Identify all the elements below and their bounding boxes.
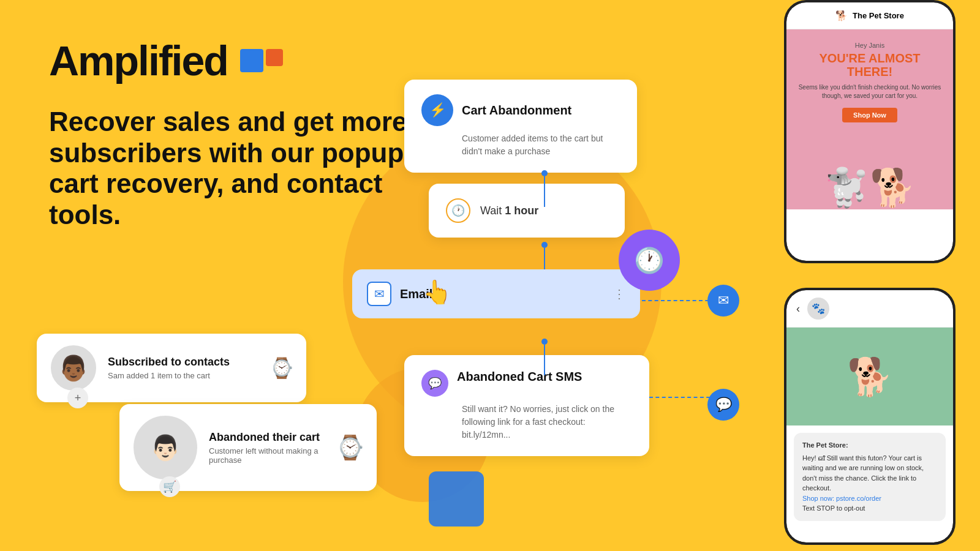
phone-screen-bottom: ‹ 🐾 🐕 The Pet Store: Hey! 🛋 Still want t… <box>786 290 953 542</box>
back-arrow-icon[interactable]: ‹ <box>796 302 800 315</box>
blue-decorative-shape <box>429 471 484 527</box>
chat-bubble: The Pet Store: Hey! 🛋 Still want this fu… <box>794 433 946 521</box>
wait-text: Wait 1 hour <box>480 204 538 217</box>
subscribed-contact-card: 👨🏾 Subscribed to contacts Sam added 1 it… <box>37 334 306 402</box>
brand-name: Amplified <box>49 37 228 84</box>
trigger-card: ⚡ Cart Abandonment Customer added items … <box>404 80 637 173</box>
logo-orange-square <box>266 49 283 66</box>
phone-mockup-bottom: ‹ 🐾 🐕 The Pet Store: Hey! 🛋 Still want t… <box>784 288 956 545</box>
contact-sub-2: Customer left without making a purchase <box>209 446 326 465</box>
contact-avatar-1: 👨🏾 <box>49 343 98 392</box>
phone-dogs-image: 🐩🐕 <box>786 130 953 209</box>
phone-hero-banner: Hey Janis YOU'RE ALMOST THERE! Seems lik… <box>786 29 953 130</box>
contact-name-1: Subscribed to contacts <box>108 356 260 369</box>
phone-header: 🐕 The Pet Store <box>786 2 953 29</box>
watch-icon-1: ⌚ <box>270 356 294 380</box>
phone-greeting: Hey Janis <box>796 42 943 49</box>
email-card[interactable]: ✉ Email ⋮ <box>352 269 640 318</box>
watch-icon-2: ⌚ <box>336 434 364 461</box>
trigger-icon: ⚡ <box>421 94 453 126</box>
cursor-hand: 👆 <box>423 279 447 308</box>
chat-message: Hey! 🛋 Still want this futon? Your cart … <box>802 454 924 492</box>
hero-tagline: Recover sales and get more subscribers w… <box>49 107 429 230</box>
logo-icon <box>240 49 283 72</box>
paw-icon: 🐾 <box>807 298 829 320</box>
connector-dot-1 <box>541 170 548 176</box>
contact-name-2: Abandoned their cart <box>209 431 326 444</box>
sms-action-circle[interactable]: 💬 <box>707 389 739 421</box>
phone-dog-image: 🐕 <box>786 328 953 425</box>
logo-blue-square <box>240 49 263 72</box>
trigger-header: ⚡ Cart Abandonment <box>421 94 620 126</box>
sms-header: 💬 Abandoned Cart SMS <box>421 370 632 397</box>
sms-card: 💬 Abandoned Cart SMS Still want it? No w… <box>404 355 649 456</box>
wait-card: 🕐 Wait 1 hour <box>429 184 625 238</box>
cart-circle[interactable]: 🛒 <box>159 476 180 497</box>
chat-sender: The Pet Store: <box>802 440 937 451</box>
sms-title: Abandoned Cart SMS <box>457 370 582 384</box>
shop-now-button[interactable]: Shop Now <box>842 108 897 122</box>
email-icon: ✉ <box>367 282 391 306</box>
abandoned-contact-card: 👨🏻 Abandoned their cart Customer left wi… <box>119 404 377 491</box>
add-circle-1[interactable]: + <box>67 388 88 408</box>
phone-store-name: The Pet Store <box>853 11 904 20</box>
logo-area: Amplified <box>49 37 429 84</box>
v-line-1 <box>544 176 545 207</box>
phone-screen-top: 🐕 The Pet Store Hey Janis YOU'RE ALMOST … <box>786 2 953 261</box>
chat-link: Shop now: pstore.co/order <box>802 495 881 502</box>
contact-info-2: Abandoned their cart Customer left witho… <box>209 431 326 465</box>
contact-sub-1: Sam added 1 item to the cart <box>108 371 260 380</box>
email-inner: ✉ Email ⋮ <box>352 269 640 318</box>
sms-icon: 💬 <box>421 370 448 397</box>
clock-circle: 🕐 <box>619 230 680 291</box>
connector-dot-2 <box>541 242 548 248</box>
email-menu-dots[interactable]: ⋮ <box>613 287 625 301</box>
pet-store-icon: 🐕 <box>835 10 848 21</box>
trigger-title: Cart Abandonment <box>462 103 571 118</box>
connector-dot-3 <box>541 339 548 345</box>
contact-avatar-2: 👨🏻 <box>132 414 199 481</box>
v-line-3 <box>544 345 545 375</box>
wait-clock-icon: 🕐 <box>446 198 470 223</box>
phone-hero-body: Seems like you didn't finish checking ou… <box>796 83 943 100</box>
left-section: Amplified Recover sales and get more sub… <box>49 37 429 230</box>
sms-description: Still want it? No worries, just click on… <box>462 403 632 441</box>
phone-hero-title: YOU'RE ALMOST THERE! <box>796 51 943 78</box>
trigger-description: Customer added items to the cart but did… <box>462 132 620 158</box>
email-action-circle[interactable]: ✉ <box>707 285 739 317</box>
phone-mockup-top: 🐕 The Pet Store Hey Janis YOU'RE ALMOST … <box>784 0 956 263</box>
wait-inner: 🕐 Wait 1 hour <box>446 198 608 223</box>
phone-bottom-header: ‹ 🐾 <box>786 290 953 328</box>
chat-optout: Text STOP to opt-out <box>802 504 865 512</box>
contact-info-1: Subscribed to contacts Sam added 1 item … <box>108 356 260 380</box>
